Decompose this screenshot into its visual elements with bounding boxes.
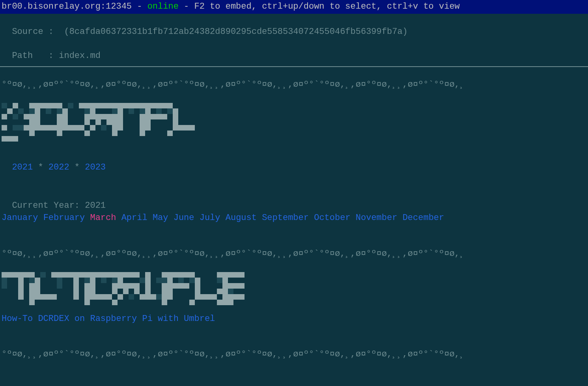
year-link-2021[interactable]: 2021 [12,162,33,172]
current-year-value: 2021 [85,201,106,211]
month-link-april[interactable]: April [121,213,147,223]
tutorial-link-dcrdex[interactable]: How-To DCRDEX on Raspberry Pi with Umbre… [2,314,215,324]
source-hash: (8cafda06372331b1fb712ab24382d890295cde5… [64,27,407,37]
month-link-july[interactable]: July [200,213,220,223]
month-link-october[interactable]: October [314,213,350,223]
current-year-line: Current Year: 2021 [0,188,588,212]
month-link-february[interactable]: February [43,213,85,223]
status-online: online [147,1,179,13]
server-address: br00.bisonrelay.org:12345 [2,1,132,13]
heading-journal [0,103,588,142]
months-row: January February March April May June Ju… [0,212,588,224]
source-line: Source : (8cafda06372331b1fb712ab24382d8… [0,14,588,38]
year-link-2022[interactable]: 2022 [49,162,69,172]
month-link-may[interactable]: May [153,213,168,223]
month-link-march[interactable]: March [90,213,116,223]
header-hint: F2 to embed, ctrl+up/down to select, ctr… [194,1,460,13]
heading-tutorials [0,272,588,305]
month-link-january[interactable]: January [2,213,38,223]
year-link-2023[interactable]: 2023 [85,162,106,172]
month-link-december[interactable]: December [403,213,444,223]
header-bar: br00.bisonrelay.org:12345 - online - F2 … [0,0,588,14]
month-link-june[interactable]: June [174,213,194,223]
decorative-wave: °º¤ø,¸¸,ø¤º°`°º¤ø,¸,ø¤°º¤ø,¸¸,ø¤º°`°º¤ø,… [0,79,588,91]
path-line: Path : index.md [0,38,588,62]
year-links: 2021 * 2022 * 2023 [0,149,588,174]
month-link-august[interactable]: August [226,213,257,223]
tutorial-link-row: How-To DCRDEX on Raspberry Pi with Umbre… [0,313,588,325]
path-value: index.md [59,51,101,61]
month-link-november[interactable]: November [356,213,398,223]
decorative-wave: °º¤ø,¸¸,ø¤º°`°º¤ø,¸,ø¤°º¤ø,¸¸,ø¤º°`°º¤ø,… [0,248,588,260]
decorative-wave: °º¤ø,¸¸,ø¤º°`°º¤ø,¸,ø¤°º¤ø,¸¸,ø¤º°`°º¤ø,… [0,349,588,361]
month-link-september[interactable]: September [262,213,309,223]
